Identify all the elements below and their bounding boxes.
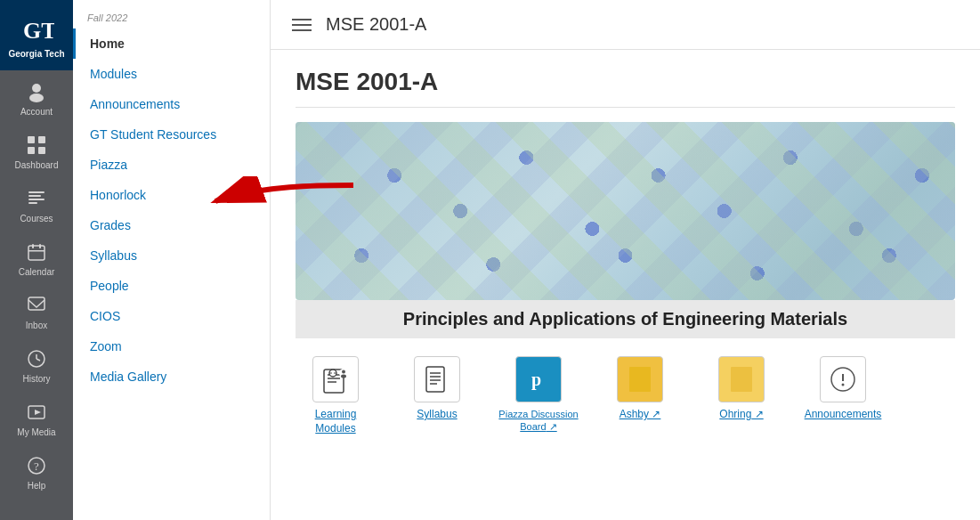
quick-link-label: Ohring ↗ [719,408,763,422]
svg-marker-20 [35,410,41,415]
page-header: MSE 2001-A [271,0,980,50]
svg-rect-8 [28,195,41,197]
calendar-icon [24,240,49,264]
main-content: MSE 2001-A MSE 2001-A Principles and App… [271,0,980,520]
svg-rect-3 [28,136,35,143]
svg-rect-43 [731,367,752,392]
quick-link-announcements[interactable]: Announcements [803,356,883,422]
logo-label: Georgia Tech [8,49,64,60]
page-title: MSE 2001-A [326,14,426,35]
course-nav-item-announcements[interactable]: Announcements [73,89,270,119]
sidebar-item-calendar[interactable]: Calendar [0,231,73,284]
svg-line-18 [36,359,40,361]
course-nav-item-people[interactable]: People [73,271,270,301]
svg-point-1 [32,84,41,93]
ohring-icon [718,356,765,402]
quick-links-section: Learning Modules Syllabus [296,338,955,453]
sidebar-item-label: Help [28,481,46,491]
dashboard-icon [24,133,49,158]
sidebar-item-label: Courses [20,214,53,223]
svg-rect-34 [426,367,444,392]
learning-modules-icon [312,356,359,402]
svg-rect-4 [38,136,45,143]
sidebar-item-dashboard[interactable]: Dashboard [0,124,73,177]
svg-rect-7 [28,191,45,193]
syllabus-icon [414,356,460,402]
svg-point-46 [842,384,845,386]
quick-link-ohring[interactable]: Ohring ↗ [701,356,782,422]
piazza-icon: p [515,356,562,402]
clock-icon [24,346,49,371]
media-icon [24,400,49,425]
svg-point-28 [329,370,336,377]
quick-link-learning-modules[interactable]: Learning Modules [296,356,376,435]
svg-rect-10 [28,202,37,204]
menu-button[interactable] [292,19,312,31]
semester-label: Fall 2022 [73,0,270,28]
announcements-icon [820,356,866,402]
svg-rect-9 [28,199,45,200]
quick-link-syllabus[interactable]: Syllabus [397,356,477,422]
svg-rect-14 [28,250,45,252]
quick-link-label: Learning Modules [296,408,376,435]
sidebar-item-help[interactable]: ? Help [0,444,73,498]
ashby-icon [617,356,663,402]
course-nav-item-honorlock[interactable]: Honorlock [73,180,270,210]
svg-rect-5 [28,147,35,154]
courses-icon [24,186,49,211]
person-icon [24,79,49,104]
sidebar-item-courses[interactable]: Courses [0,177,73,231]
svg-rect-41 [629,367,651,392]
svg-rect-11 [28,246,45,260]
quick-link-label: Piazza Discussion Board ↗ [498,408,579,434]
sidebar-item-account[interactable]: Account [0,70,73,124]
quick-link-ashby[interactable]: Ashby ↗ [600,356,680,422]
svg-rect-6 [38,147,45,154]
svg-point-32 [342,370,345,374]
course-nav-item-cios[interactable]: CIOS [73,301,270,331]
course-nav-item-media-gallery[interactable]: Media Gallery [73,362,270,392]
quick-link-label: Announcements [805,408,882,422]
inbox-icon [24,293,49,318]
course-nav-wrapper: Fall 2022 Home Modules Announcements GT … [73,0,271,520]
course-nav-item-piazza[interactable]: Piazza [73,150,270,180]
quick-link-label: Ashby ↗ [620,408,661,422]
sidebar-item-history[interactable]: History [0,337,73,391]
svg-text:p: p [531,370,541,390]
quick-link-piazza[interactable]: p Piazza Discussion Board ↗ [498,356,579,434]
sidebar-item-label: My Media [17,427,55,437]
svg-text:?: ? [34,459,39,473]
georgia-tech-logo[interactable]: GT Georgia Tech [0,0,73,70]
course-nav-item-modules[interactable]: Modules [73,59,270,89]
svg-point-2 [29,93,44,102]
sidebar-item-label: History [22,374,50,384]
help-icon: ? [24,453,49,478]
course-nav-item-zoom[interactable]: Zoom [73,331,270,362]
svg-rect-13 [39,244,41,248]
sidebar-item-inbox[interactable]: Inbox [0,284,73,337]
nav-rail: GT Georgia Tech Account Dashboard [0,0,73,520]
hero-image [296,122,955,300]
course-nav-item-home[interactable]: Home [73,28,270,59]
svg-point-33 [341,375,346,378]
sidebar-item-label: Calendar [19,267,55,277]
course-nav-item-grades[interactable]: Grades [73,210,270,240]
course-content: MSE 2001-A Principles and Applications o… [271,50,980,471]
sidebar-item-label: Inbox [26,321,47,330]
course-nav: Fall 2022 Home Modules Announcements GT … [73,0,271,520]
course-nav-item-syllabus[interactable]: Syllabus [73,240,270,271]
svg-text:GT: GT [23,18,54,44]
svg-rect-12 [32,244,34,248]
sidebar-item-label: Account [20,107,53,117]
sidebar-item-mymedia[interactable]: My Media [0,391,73,444]
sidebar-item-label: Dashboard [15,160,59,170]
course-nav-item-gt-student-resources[interactable]: GT Student Resources [73,119,270,150]
quick-link-label: Syllabus [417,408,457,422]
course-subtitle-bar: Principles and Applications of Engineeri… [296,300,955,338]
course-heading: MSE 2001-A [296,68,955,108]
course-subtitle: Principles and Applications of Engineeri… [310,309,941,329]
